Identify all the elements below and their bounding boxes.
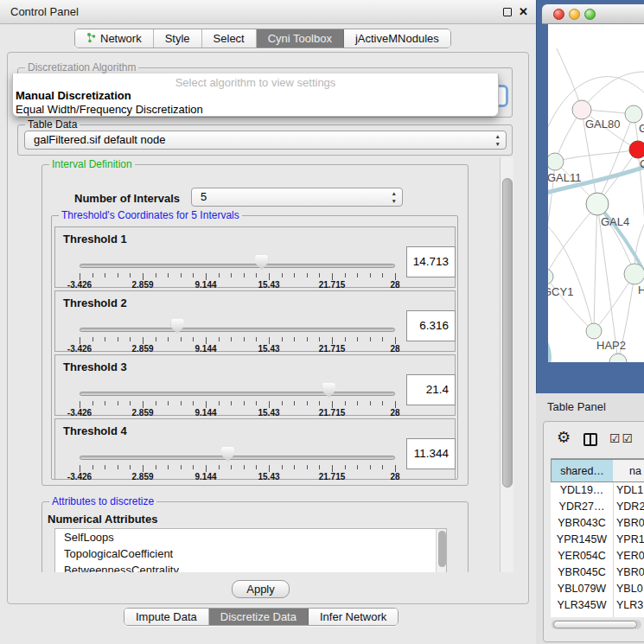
- tab-select[interactable]: Select: [202, 29, 257, 48]
- table-row[interactable]: YIL052CYIL0: [551, 614, 644, 617]
- tab-network[interactable]: Network: [75, 29, 154, 48]
- vertical-scrollbar[interactable]: [500, 157, 513, 572]
- mac-zoom-traffic-light[interactable]: [584, 9, 596, 20]
- checkbox-icons[interactable]: ☑☑: [609, 431, 634, 445]
- slider-tick: [156, 337, 156, 341]
- slider-tick: [181, 401, 182, 405]
- network-node-h[interactable]: [624, 264, 644, 284]
- network-node-c[interactable]: [629, 141, 644, 158]
- network-window-titlebar[interactable]: [542, 4, 644, 24]
- network-node-gal4[interactable]: [586, 193, 609, 215]
- slider-tick: [357, 465, 358, 469]
- threshold-value-field[interactable]: 14.713: [406, 246, 456, 277]
- cell-shared-name: YBL079W: [551, 581, 613, 597]
- dropdown-item-equal-width-frequency[interactable]: Equal Width/Frequency Discretization: [16, 103, 203, 116]
- scrollbar-thumb[interactable]: [438, 531, 446, 567]
- group-title: Attributes to discretize: [49, 495, 156, 507]
- number-of-intervals-combobox[interactable]: 5 ▲▼: [191, 188, 403, 207]
- table-row[interactable]: YLR345WYLR3: [551, 597, 644, 614]
- tick-label: 9.144: [194, 344, 216, 354]
- slider-tick: [357, 273, 358, 277]
- scrollbar-thumb[interactable]: [553, 621, 637, 628]
- slider-tick: [168, 273, 169, 277]
- network-node-gal11[interactable]: [548, 153, 564, 170]
- slider-track[interactable]: [80, 264, 395, 268]
- table-row[interactable]: YBL079WYBL0: [551, 581, 644, 597]
- threshold-panel-1: Threshold 1-3.4262.8599.14415.4321.71528…: [54, 226, 456, 288]
- table-row[interactable]: YBR043CYBR0: [551, 515, 644, 532]
- slider-tick: [206, 401, 207, 408]
- threshold-value-field[interactable]: 21.4: [406, 374, 456, 405]
- cell-name: YPR1: [616, 532, 644, 548]
- tab-cyni-toolbox[interactable]: Cyni Toolbox: [257, 29, 344, 48]
- network-node-gal80[interactable]: [572, 100, 591, 119]
- tab-infer-network[interactable]: Infer Network: [309, 609, 398, 625]
- slider-tick: [370, 465, 371, 469]
- slider-track[interactable]: [80, 328, 395, 332]
- node-table[interactable]: shared… na YDL19…YDL1YDR27…YDR2YBR043CYB…: [551, 458, 644, 617]
- attribute-item-betweennesscentrality[interactable]: BetweennessCentrality: [55, 562, 446, 572]
- slider-tick: [92, 465, 93, 469]
- slider-tick: [181, 465, 182, 469]
- tab-label: Network: [100, 32, 142, 45]
- column-header-name[interactable]: na: [613, 459, 644, 482]
- tab-jactivemnodules[interactable]: jActiveMNodules: [344, 29, 450, 48]
- network-node-hap2[interactable]: [586, 323, 602, 339]
- table-row[interactable]: YDR27…YDR2: [551, 499, 644, 515]
- control-panel: Control Panel ✕ NetworkStyleSelectCyni T…: [0, 0, 536, 644]
- close-icon[interactable]: ✕: [519, 0, 528, 24]
- table-row[interactable]: YER054CYER0: [551, 548, 644, 564]
- column-header-shared[interactable]: shared…: [551, 459, 614, 482]
- tab-label: Select: [214, 32, 245, 45]
- attribute-item-topologicalcoefficient[interactable]: TopologicalCoefficient: [55, 545, 446, 562]
- tick-label: 2.859: [131, 408, 153, 418]
- node-label: GAL11: [548, 171, 582, 184]
- slider-tick: [307, 465, 308, 469]
- slider-tick: [80, 337, 80, 344]
- slider-track[interactable]: [80, 392, 395, 396]
- table-panel: ⚙ ☑☑ shared… na YDL19…YDL1YDR27…YDR2YBR0…: [543, 421, 644, 642]
- table-data-combobox[interactable]: galFiltered.sif default node ▲▼: [24, 131, 507, 150]
- table-row[interactable]: YDL19…YDL1: [551, 482, 644, 499]
- list-scrollbar[interactable]: [436, 529, 446, 572]
- threshold-value: 6.316: [419, 311, 449, 341]
- tab-impute-data[interactable]: Impute Data: [124, 609, 209, 625]
- mac-minimize-traffic-light[interactable]: [569, 9, 580, 20]
- slider-track[interactable]: [80, 456, 395, 460]
- dropdown-item-manual-discretization[interactable]: Manual Discretization: [16, 89, 131, 102]
- slider-tick: [269, 465, 270, 472]
- numerical-attributes-list[interactable]: SelfLoopsTopologicalCoefficientBetweenne…: [54, 528, 447, 572]
- network-node-ga[interactable]: [625, 105, 642, 123]
- tab-discretize-data[interactable]: Discretize Data: [209, 609, 309, 625]
- tab-label: Cyni Toolbox: [268, 32, 332, 45]
- table-row[interactable]: YBR045CYBR0: [551, 564, 644, 581]
- tab-label: jActiveMNodules: [355, 32, 439, 45]
- tick-label: 28: [390, 472, 399, 481]
- slider-tick: [80, 401, 80, 408]
- table-row[interactable]: YPR145WYPR1: [551, 532, 644, 548]
- screen: Control Panel ✕ NetworkStyleSelectCyni T…: [0, 0, 644, 644]
- horizontal-scrollbar[interactable]: [552, 620, 641, 629]
- number-of-intervals-label: Number of Intervals: [74, 192, 180, 205]
- columns-icon[interactable]: [583, 433, 597, 446]
- slider-tick: [319, 337, 320, 341]
- apply-button[interactable]: Apply: [232, 580, 290, 598]
- attribute-item-selfloops[interactable]: SelfLoops: [55, 529, 446, 545]
- slider-tick: [357, 337, 358, 341]
- node-label: GAL80: [585, 118, 620, 131]
- tick-label: 9.144: [194, 280, 216, 290]
- threshold-value: 14.713: [413, 247, 449, 277]
- mac-close-traffic-light[interactable]: [553, 9, 564, 20]
- network-canvas[interactable]: GAL80GACGAL11GAL4HGCY1HAP2: [548, 24, 644, 362]
- slider-tick: [395, 465, 396, 472]
- threshold-label: Threshold 2: [63, 296, 127, 309]
- threshold-value-field[interactable]: 11.344: [406, 438, 456, 469]
- tab-style[interactable]: Style: [154, 29, 202, 48]
- network-node-gcy1[interactable]: [548, 269, 553, 284]
- network-node[interactable]: [609, 354, 627, 362]
- threshold-value-field[interactable]: 6.316: [406, 310, 456, 341]
- gear-icon[interactable]: ⚙: [557, 430, 571, 445]
- cell-shared-name: YDL19…: [551, 482, 613, 499]
- scrollbar-thumb[interactable]: [502, 178, 513, 488]
- float-window-icon[interactable]: [503, 8, 512, 16]
